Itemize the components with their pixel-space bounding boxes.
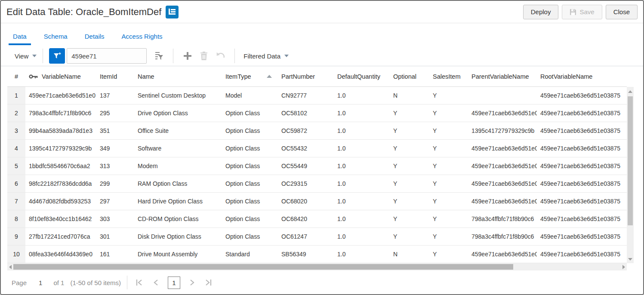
items-range-label: (1-50 of 50 items) bbox=[70, 279, 121, 286]
column-header-itemid[interactable]: ItemId bbox=[96, 73, 134, 80]
page-of-label: of 1 bbox=[53, 279, 64, 286]
table-row[interactable]: 1 459ee71caeb63e6d51e0 137 Sentinel Cust… bbox=[7, 87, 627, 104]
filter-search-input[interactable] bbox=[67, 48, 147, 64]
titlebar-actions: Deploy Save Close bbox=[523, 5, 638, 19]
tab-data[interactable]: Data bbox=[9, 33, 31, 46]
column-header-partnumber[interactable]: PartNumber bbox=[278, 73, 334, 80]
optional-cell: Y bbox=[390, 180, 429, 187]
horizontal-scrollbar-thumb[interactable] bbox=[13, 264, 513, 270]
vertical-scrollbar-thumb[interactable] bbox=[628, 96, 633, 225]
filtered-data-label: Filtered Data bbox=[243, 52, 280, 60]
edit-data-table-window: { "window": { "title": "Edit Data Table:… bbox=[0, 0, 644, 295]
trash-icon bbox=[200, 51, 208, 61]
rootvariablename-cell: 459ee71caeb63e6d51e03875 bbox=[537, 198, 627, 205]
tab-access-rights[interactable]: Access Rights bbox=[117, 33, 167, 46]
vertical-scrollbar[interactable] bbox=[627, 87, 634, 263]
column-header-salesitem[interactable]: SalesItem bbox=[429, 73, 468, 80]
salesitem-cell: Y bbox=[429, 110, 468, 117]
itemtype-cell: Option Class bbox=[222, 110, 278, 117]
itemid-cell: 137 bbox=[96, 92, 134, 99]
tab-schema[interactable]: Schema bbox=[40, 33, 72, 46]
name-cell: Modem bbox=[134, 163, 222, 169]
row-number-cell: 10 bbox=[7, 246, 25, 263]
parentvariablename-cell: 459ee71caeb63e6d51e0 bbox=[468, 180, 537, 187]
deploy-button[interactable]: Deploy bbox=[523, 5, 559, 19]
defaultquantity-cell: 1.0 bbox=[334, 198, 390, 205]
view-label: View bbox=[15, 52, 28, 60]
save-button[interactable]: Save bbox=[562, 5, 602, 19]
page-label: Page bbox=[12, 279, 27, 286]
rootvariablename-cell: 459ee71caeb63e6d51e03875 bbox=[537, 92, 627, 99]
toolbar-divider bbox=[234, 49, 235, 63]
view-dropdown[interactable]: View bbox=[15, 52, 37, 60]
column-header-rootvariablename[interactable]: RootVariableName bbox=[537, 73, 627, 80]
defaultquantity-cell: 1.0 bbox=[334, 233, 390, 240]
query-by-example-button[interactable] bbox=[151, 48, 167, 64]
toolbar: View Filtered Data bbox=[1, 46, 643, 66]
close-button[interactable]: Close bbox=[606, 5, 638, 19]
table-row[interactable]: 3 99b4aa5839ada78d1e3 351 Office Suite O… bbox=[7, 122, 627, 140]
salesitem-cell: Y bbox=[429, 180, 468, 187]
salesitem-cell: Y bbox=[429, 251, 468, 258]
defaultquantity-cell: 1.0 bbox=[334, 92, 390, 99]
itemtype-cell: Option Class bbox=[222, 163, 278, 169]
scroll-left-icon[interactable] bbox=[9, 265, 12, 269]
parentvariablename-cell: 459ee71caeb63e6d51e0 bbox=[468, 163, 537, 169]
filtered-data-dropdown[interactable]: Filtered Data bbox=[243, 52, 289, 60]
name-cell: Disk Drive Option Class bbox=[134, 233, 222, 240]
partnumber-cell: OC55432 bbox=[278, 145, 334, 152]
table-row[interactable]: 4 1395c41727979329c9b 349 Software Optio… bbox=[7, 140, 627, 157]
column-header-variablename[interactable]: VariableName bbox=[25, 73, 96, 80]
plus-icon bbox=[183, 51, 192, 61]
table-row[interactable]: 9 27fb172241ced7076ca 301 Disk Drive Opt… bbox=[7, 228, 627, 246]
defaultquantity-cell: 1.0 bbox=[334, 145, 390, 152]
table-row[interactable]: 5 1bbdfc58546670c6aa2 313 Modem Option C… bbox=[7, 157, 627, 175]
column-header-name[interactable]: Name bbox=[134, 73, 222, 80]
row-number-cell: 5 bbox=[7, 157, 25, 175]
first-page-button[interactable] bbox=[134, 277, 145, 288]
page-title: Edit Data Table: Oracle_BomItemDef bbox=[6, 6, 161, 18]
table-row[interactable]: 8 8f10ef83e40cc1b16462 303 CD-ROM Option… bbox=[7, 210, 627, 228]
salesitem-cell: Y bbox=[429, 127, 468, 134]
scroll-up-icon[interactable] bbox=[628, 90, 632, 93]
table-row[interactable]: 6 98fc22182f7836dcdd6a 299 RAM Option Cl… bbox=[7, 175, 627, 193]
name-cell: Drive Option Class bbox=[134, 110, 222, 117]
column-header-itemtype[interactable]: ItemType bbox=[222, 73, 278, 80]
partnumber-cell: OC59872 bbox=[278, 127, 334, 134]
horizontal-scrollbar[interactable] bbox=[7, 263, 627, 270]
rootvariablename-cell: 459ee71caeb63e6d51e03875 bbox=[537, 180, 627, 187]
optional-cell: N bbox=[390, 92, 429, 99]
table-row[interactable]: 7 4d467d082fdbd593253 297 Hard Drive Opt… bbox=[7, 193, 627, 210]
column-header-defaultquantity[interactable]: DefaultQuantity bbox=[334, 73, 390, 80]
toolbar-divider bbox=[173, 49, 173, 63]
tab-details[interactable]: Details bbox=[80, 33, 109, 46]
defaultquantity-cell: 1.0 bbox=[334, 215, 390, 222]
name-cell: Sentinel Custom Desktop bbox=[134, 92, 222, 99]
scroll-right-icon[interactable] bbox=[622, 265, 625, 269]
optional-cell: Y bbox=[390, 145, 429, 152]
optional-cell: Y bbox=[390, 163, 429, 169]
last-page-button[interactable] bbox=[203, 277, 214, 288]
name-cell: Drive Mount Assembly bbox=[134, 251, 222, 258]
column-header-parentvariablename[interactable]: ParentVariableName bbox=[468, 73, 537, 80]
current-page-box[interactable]: 1 bbox=[168, 277, 180, 289]
row-number-cell: 3 bbox=[7, 122, 25, 139]
table-row[interactable]: 2 798a3c4ffbfc71f8b90c6 295 Drive Option… bbox=[7, 104, 627, 122]
name-cell: Hard Drive Option Class bbox=[134, 198, 222, 205]
row-number-cell: 8 bbox=[7, 210, 25, 227]
previous-page-button[interactable] bbox=[151, 277, 161, 288]
variablename-cell: 1bbdfc58546670c6aa2 bbox=[25, 163, 96, 169]
name-cell: Office Suite bbox=[134, 127, 222, 134]
column-header-optional[interactable]: Optional bbox=[390, 73, 429, 80]
add-filter-button[interactable] bbox=[49, 48, 65, 64]
column-header-rownum[interactable]: # bbox=[7, 73, 25, 80]
undo-button[interactable] bbox=[212, 48, 228, 64]
optional-cell: Y bbox=[390, 215, 429, 222]
partnumber-cell: OC55449 bbox=[278, 163, 334, 169]
scroll-down-icon[interactable] bbox=[628, 258, 632, 261]
add-row-button[interactable] bbox=[179, 48, 196, 64]
delete-row-button[interactable] bbox=[196, 48, 212, 64]
row-number-cell: 6 bbox=[7, 175, 25, 192]
table-row[interactable]: 10 08fea33e646f4d4369e0 161 Drive Mount … bbox=[7, 246, 627, 263]
next-page-button[interactable] bbox=[187, 277, 197, 288]
